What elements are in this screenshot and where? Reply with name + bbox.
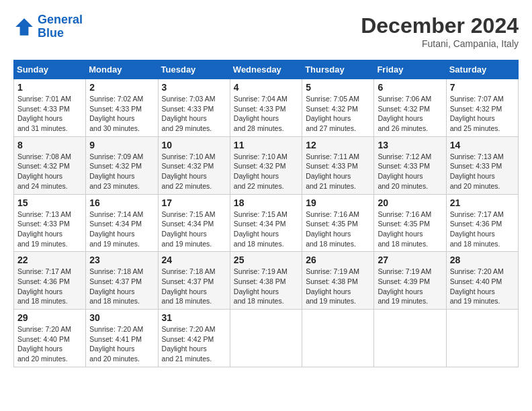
day-detail: Sunrise: 7:17 AM Sunset: 4:36 PM Dayligh… <box>17 267 82 306</box>
title-block: December 2024 Futani, Campania, Italy <box>361 13 519 49</box>
calendar-cell: 5 Sunrise: 7:05 AM Sunset: 4:32 PM Dayli… <box>302 79 374 137</box>
day-detail: Sunrise: 7:14 AM Sunset: 4:34 PM Dayligh… <box>89 210 154 249</box>
calendar-week-row: 8 Sunrise: 7:08 AM Sunset: 4:32 PM Dayli… <box>14 136 519 194</box>
calendar-week-row: 1 Sunrise: 7:01 AM Sunset: 4:33 PM Dayli… <box>14 79 519 137</box>
calendar-cell: 22 Sunrise: 7:17 AM Sunset: 4:36 PM Dayl… <box>14 252 86 310</box>
calendar-cell: 30 Sunrise: 7:20 AM Sunset: 4:41 PM Dayl… <box>86 310 158 367</box>
day-detail: Sunrise: 7:16 AM Sunset: 4:35 PM Dayligh… <box>378 210 442 249</box>
day-detail: Sunrise: 7:15 AM Sunset: 4:34 PM Dayligh… <box>234 210 298 249</box>
page-header: General Blue December 2024 Futani, Campa… <box>13 13 519 49</box>
day-detail: Sunrise: 7:17 AM Sunset: 4:36 PM Dayligh… <box>450 210 515 249</box>
calendar-cell: 27 Sunrise: 7:19 AM Sunset: 4:39 PM Dayl… <box>374 252 446 310</box>
calendar-cell: 4 Sunrise: 7:04 AM Sunset: 4:33 PM Dayli… <box>230 79 302 137</box>
day-detail: Sunrise: 7:19 AM Sunset: 4:39 PM Dayligh… <box>378 267 442 306</box>
day-number: 11 <box>234 140 298 150</box>
calendar-cell: 8 Sunrise: 7:08 AM Sunset: 4:32 PM Dayli… <box>14 136 86 194</box>
day-detail: Sunrise: 7:19 AM Sunset: 4:38 PM Dayligh… <box>234 267 298 306</box>
day-number: 10 <box>162 140 226 150</box>
calendar-cell: 20 Sunrise: 7:16 AM Sunset: 4:35 PM Dayl… <box>374 194 446 252</box>
day-detail: Sunrise: 7:10 AM Sunset: 4:32 PM Dayligh… <box>162 152 226 191</box>
calendar-week-row: 22 Sunrise: 7:17 AM Sunset: 4:36 PM Dayl… <box>14 252 519 310</box>
day-number: 28 <box>450 255 515 265</box>
calendar-cell: 15 Sunrise: 7:13 AM Sunset: 4:33 PM Dayl… <box>14 194 86 252</box>
calendar-cell: 23 Sunrise: 7:18 AM Sunset: 4:37 PM Dayl… <box>86 252 158 310</box>
day-number: 29 <box>17 312 82 323</box>
calendar-cell: 18 Sunrise: 7:15 AM Sunset: 4:34 PM Dayl… <box>230 194 302 252</box>
weekday-header: Monday <box>86 60 158 79</box>
day-number: 16 <box>89 197 154 208</box>
day-number: 24 <box>162 255 226 265</box>
calendar-cell <box>374 310 446 367</box>
day-number: 13 <box>378 140 442 150</box>
logo-line1: General <box>38 13 83 26</box>
day-detail: Sunrise: 7:02 AM Sunset: 4:33 PM Dayligh… <box>89 94 154 134</box>
day-number: 12 <box>306 140 370 150</box>
weekday-header: Wednesday <box>230 60 302 79</box>
day-number: 20 <box>378 197 442 208</box>
day-number: 19 <box>306 197 370 208</box>
month-year: December 2024 <box>361 13 519 38</box>
day-number: 15 <box>17 197 82 208</box>
day-number: 25 <box>234 255 298 265</box>
day-detail: Sunrise: 7:15 AM Sunset: 4:34 PM Dayligh… <box>162 210 226 249</box>
day-number: 23 <box>89 255 154 265</box>
svg-marker-0 <box>15 18 33 36</box>
calendar-cell <box>302 310 374 367</box>
day-number: 17 <box>162 197 226 208</box>
logo: General Blue <box>13 13 83 40</box>
calendar-cell: 16 Sunrise: 7:14 AM Sunset: 4:34 PM Dayl… <box>86 194 158 252</box>
day-detail: Sunrise: 7:18 AM Sunset: 4:37 PM Dayligh… <box>162 267 226 306</box>
calendar-table: SundayMondayTuesdayWednesdayThursdayFrid… <box>13 60 519 367</box>
calendar-cell: 1 Sunrise: 7:01 AM Sunset: 4:33 PM Dayli… <box>14 79 86 137</box>
calendar-cell: 7 Sunrise: 7:07 AM Sunset: 4:32 PM Dayli… <box>446 79 518 137</box>
day-detail: Sunrise: 7:06 AM Sunset: 4:32 PM Dayligh… <box>378 94 442 134</box>
day-number: 14 <box>450 140 515 150</box>
calendar-cell: 21 Sunrise: 7:17 AM Sunset: 4:36 PM Dayl… <box>446 194 518 252</box>
day-number: 8 <box>17 140 82 150</box>
day-detail: Sunrise: 7:20 AM Sunset: 4:41 PM Dayligh… <box>89 324 154 364</box>
calendar-cell: 17 Sunrise: 7:15 AM Sunset: 4:34 PM Dayl… <box>158 194 230 252</box>
weekday-header: Thursday <box>302 60 374 79</box>
day-number: 30 <box>89 312 154 323</box>
weekday-header: Sunday <box>14 60 86 79</box>
day-detail: Sunrise: 7:18 AM Sunset: 4:37 PM Dayligh… <box>89 267 154 306</box>
logo-line2: Blue <box>38 26 64 40</box>
day-number: 18 <box>234 197 298 208</box>
calendar-cell: 31 Sunrise: 7:20 AM Sunset: 4:42 PM Dayl… <box>158 310 230 367</box>
day-number: 4 <box>234 82 298 93</box>
calendar-header: SundayMondayTuesdayWednesdayThursdayFrid… <box>14 60 519 79</box>
calendar-cell <box>230 310 302 367</box>
day-detail: Sunrise: 7:13 AM Sunset: 4:33 PM Dayligh… <box>450 152 515 191</box>
day-number: 2 <box>89 82 154 93</box>
day-detail: Sunrise: 7:16 AM Sunset: 4:35 PM Dayligh… <box>306 210 370 249</box>
day-number: 26 <box>306 255 370 265</box>
day-number: 27 <box>378 255 442 265</box>
day-number: 22 <box>17 255 82 265</box>
weekday-header: Friday <box>374 60 446 79</box>
day-detail: Sunrise: 7:20 AM Sunset: 4:40 PM Dayligh… <box>17 324 82 364</box>
day-number: 1 <box>17 82 82 93</box>
day-number: 7 <box>450 82 515 93</box>
calendar-cell: 6 Sunrise: 7:06 AM Sunset: 4:32 PM Dayli… <box>374 79 446 137</box>
calendar-cell: 11 Sunrise: 7:10 AM Sunset: 4:32 PM Dayl… <box>230 136 302 194</box>
day-number: 6 <box>378 82 442 93</box>
calendar-cell: 24 Sunrise: 7:18 AM Sunset: 4:37 PM Dayl… <box>158 252 230 310</box>
logo-icon <box>13 16 35 38</box>
calendar-cell: 19 Sunrise: 7:16 AM Sunset: 4:35 PM Dayl… <box>302 194 374 252</box>
day-number: 5 <box>306 82 370 93</box>
day-detail: Sunrise: 7:09 AM Sunset: 4:32 PM Dayligh… <box>89 152 154 191</box>
calendar-cell: 28 Sunrise: 7:20 AM Sunset: 4:40 PM Dayl… <box>446 252 518 310</box>
calendar-cell: 10 Sunrise: 7:10 AM Sunset: 4:32 PM Dayl… <box>158 136 230 194</box>
day-detail: Sunrise: 7:08 AM Sunset: 4:32 PM Dayligh… <box>17 152 82 191</box>
day-detail: Sunrise: 7:04 AM Sunset: 4:33 PM Dayligh… <box>234 94 298 134</box>
day-detail: Sunrise: 7:10 AM Sunset: 4:32 PM Dayligh… <box>234 152 298 191</box>
day-detail: Sunrise: 7:19 AM Sunset: 4:38 PM Dayligh… <box>306 267 370 306</box>
day-detail: Sunrise: 7:12 AM Sunset: 4:33 PM Dayligh… <box>378 152 442 191</box>
calendar-cell: 2 Sunrise: 7:02 AM Sunset: 4:33 PM Dayli… <box>86 79 158 137</box>
calendar-week-row: 29 Sunrise: 7:20 AM Sunset: 4:40 PM Dayl… <box>14 310 519 367</box>
day-detail: Sunrise: 7:05 AM Sunset: 4:32 PM Dayligh… <box>306 94 370 134</box>
day-number: 3 <box>162 82 226 93</box>
weekday-header: Saturday <box>446 60 518 79</box>
calendar-cell: 12 Sunrise: 7:11 AM Sunset: 4:33 PM Dayl… <box>302 136 374 194</box>
day-detail: Sunrise: 7:07 AM Sunset: 4:32 PM Dayligh… <box>450 94 515 134</box>
